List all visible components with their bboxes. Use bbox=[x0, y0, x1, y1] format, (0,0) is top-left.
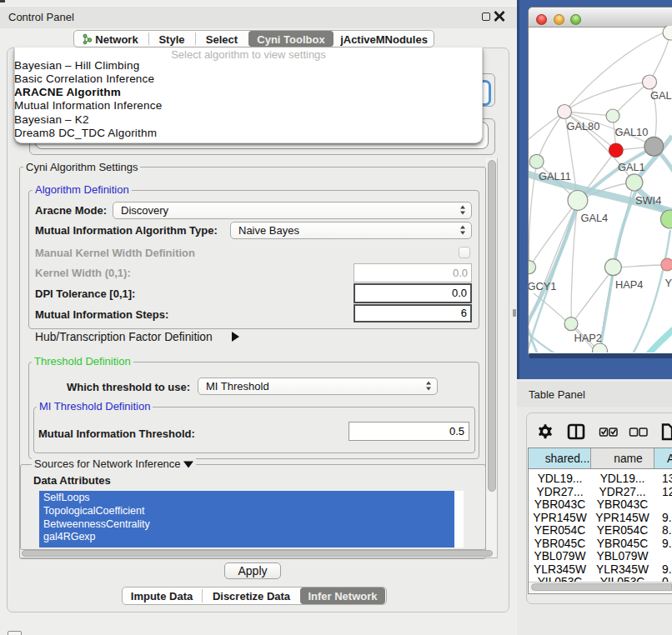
svg-text:SWI4: SWI4 bbox=[635, 194, 661, 207]
svg-text:HAP4: HAP4 bbox=[615, 278, 643, 291]
svg-text:GAL80: GAL80 bbox=[567, 120, 600, 132]
svg-text:HAP2: HAP2 bbox=[574, 332, 602, 344]
svg-text:GAL7: GAL7 bbox=[650, 89, 672, 102]
svg-text:Y: Y bbox=[665, 277, 672, 289]
svg-text:GAL1: GAL1 bbox=[618, 161, 645, 173]
svg-text:GAL10: GAL10 bbox=[615, 126, 649, 138]
svg-text:GCY1: GCY1 bbox=[529, 280, 556, 292]
svg-text:GAL4: GAL4 bbox=[581, 212, 609, 224]
svg-text:GAL11: GAL11 bbox=[539, 170, 571, 182]
